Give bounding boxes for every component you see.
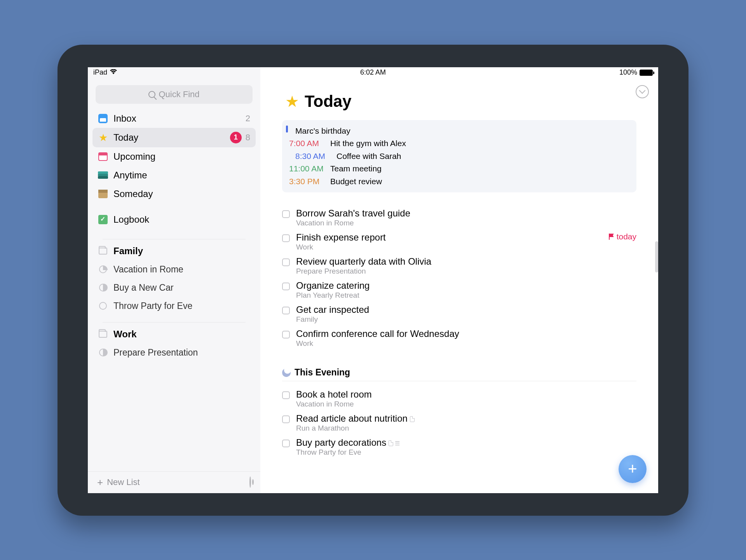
scrollbar-thumb[interactable] (655, 241, 658, 272)
project-car[interactable]: Buy a New Car (92, 279, 256, 297)
plus-icon: + (97, 477, 103, 487)
task-row[interactable]: Buy party decorations☰Throw Party for Ev… (282, 435, 636, 459)
gear-icon (249, 476, 251, 488)
calendar-event[interactable]: 8:30 AMCoffee with Sarah (288, 150, 631, 163)
project-party[interactable]: Throw Party for Eve (92, 297, 256, 315)
area-work[interactable]: Work (92, 325, 256, 344)
task-checkbox[interactable] (282, 415, 290, 423)
task-project: Family (296, 315, 636, 324)
more-menu-button[interactable] (636, 85, 649, 98)
calendar-events[interactable]: Marc's birthday 7:00 AMHit the gym with … (282, 120, 636, 193)
nav-label: Inbox (113, 113, 136, 124)
task-project: Throw Party for Eve (296, 448, 636, 457)
task-row[interactable]: Finish expense reportWorktoday (282, 230, 636, 254)
task-title: Borrow Sarah's travel guide (296, 208, 636, 219)
task-project: Prepare Presentation (296, 267, 636, 276)
wifi-icon (110, 68, 117, 77)
evening-label: This Evening (295, 367, 350, 378)
nav-label: Today (113, 132, 138, 143)
new-list-button[interactable]: New List (107, 477, 139, 487)
event-title: Coffee with Sarah (336, 150, 401, 163)
event-time: 8:30 AM (295, 150, 333, 163)
battery-percent: 100% (619, 68, 637, 77)
flag-icon (609, 234, 614, 240)
nav-inbox[interactable]: Inbox 2 (92, 109, 256, 128)
task-row[interactable]: Review quarterly data with OliviaPrepare… (282, 254, 636, 278)
task-checkbox[interactable] (282, 210, 290, 218)
task-project: Run a Marathon (296, 424, 636, 433)
task-row[interactable]: Read article about nutritionRun a Marath… (282, 411, 636, 435)
task-title: Review quarterly data with Olivia (296, 256, 636, 267)
area-label: Work (113, 329, 137, 340)
add-task-button[interactable]: + (619, 455, 647, 483)
event-title: Budget review (330, 175, 382, 188)
checklist-icon: ☰ (395, 440, 399, 447)
calendar-event[interactable]: 7:00 AMHit the gym with Alex (288, 137, 631, 150)
allday-event: Marc's birthday (295, 125, 350, 138)
task-row[interactable]: Confirm conference call for WednesdayWor… (282, 326, 636, 350)
task-checkbox[interactable] (282, 283, 290, 290)
project-progress-icon (99, 265, 107, 273)
task-row[interactable]: Book a hotel roomVacation in Rome (282, 387, 636, 411)
search-icon (148, 91, 155, 98)
event-title: Team meeting (330, 162, 382, 175)
area-icon (99, 331, 107, 338)
task-project: Vacation in Rome (296, 400, 636, 408)
moon-icon (281, 367, 292, 378)
nav-anytime[interactable]: Anytime (92, 166, 256, 185)
nav-label: Someday (113, 188, 153, 199)
star-icon: ★ (98, 133, 108, 143)
search-input[interactable]: Quick Find (96, 85, 253, 104)
calendar-event[interactable]: 3:30 PMBudget review (288, 175, 631, 188)
plus-icon: + (628, 460, 637, 478)
task-checkbox[interactable] (282, 331, 290, 338)
event-accent (286, 126, 288, 133)
nav-today[interactable]: ★ Today 1 8 (92, 128, 256, 147)
star-icon: ★ (285, 92, 299, 110)
project-presentation[interactable]: Prepare Presentation (92, 344, 256, 362)
search-placeholder: Quick Find (159, 89, 199, 99)
task-title: Read article about nutrition (296, 413, 636, 424)
battery-icon (640, 70, 653, 76)
sidebar: Quick Find Inbox 2 ★ Today 1 8 Upcoming (88, 67, 260, 493)
project-progress-icon (99, 284, 107, 291)
task-row[interactable]: Get car inspectedFamily (282, 302, 636, 326)
nav-label: Upcoming (113, 151, 155, 162)
task-project: Work (296, 243, 636, 251)
nav-upcoming[interactable]: Upcoming (92, 147, 256, 166)
calendar-event[interactable]: 11:00 AMTeam meeting (288, 162, 631, 175)
task-row[interactable]: Borrow Sarah's travel guideVacation in R… (282, 206, 636, 230)
nav-someday[interactable]: Someday (92, 185, 256, 203)
project-label: Prepare Presentation (113, 347, 198, 358)
area-label: Family (113, 246, 143, 256)
task-deadline: today (609, 232, 636, 241)
logbook-icon (98, 215, 108, 224)
task-checkbox[interactable] (282, 440, 290, 447)
task-checkbox[interactable] (282, 234, 290, 242)
task-checkbox[interactable] (282, 258, 290, 266)
task-title: Buy party decorations☰ (296, 437, 636, 448)
task-project: Work (296, 339, 636, 348)
task-row[interactable]: Organize cateringPlan Yearly Retreat (282, 278, 636, 302)
task-checkbox[interactable] (282, 391, 290, 399)
nav-label: Anytime (113, 170, 147, 181)
task-title: Confirm conference call for Wednesday (296, 328, 636, 339)
evening-section-header: This Evening (282, 367, 636, 381)
task-title: Organize catering (296, 280, 636, 291)
project-label: Vacation in Rome (113, 264, 183, 275)
project-progress-icon (99, 302, 107, 310)
main-content: ★ Today Marc's birthday 7:00 AMHit the g… (260, 67, 658, 493)
event-time: 3:30 PM (289, 175, 326, 188)
event-title: Hit the gym with Alex (330, 137, 406, 150)
archive-icon (98, 190, 108, 198)
task-checkbox[interactable] (282, 307, 290, 314)
inbox-icon (98, 114, 108, 123)
nav-logbook[interactable]: Logbook (92, 210, 256, 229)
task-title: Book a hotel room (296, 389, 636, 400)
area-family[interactable]: Family (92, 242, 256, 260)
task-title: Finish expense report (296, 232, 636, 243)
task-title: Get car inspected (296, 304, 636, 315)
page-title: Today (305, 92, 352, 111)
settings-button[interactable] (249, 477, 251, 487)
project-vacation[interactable]: Vacation in Rome (92, 260, 256, 279)
